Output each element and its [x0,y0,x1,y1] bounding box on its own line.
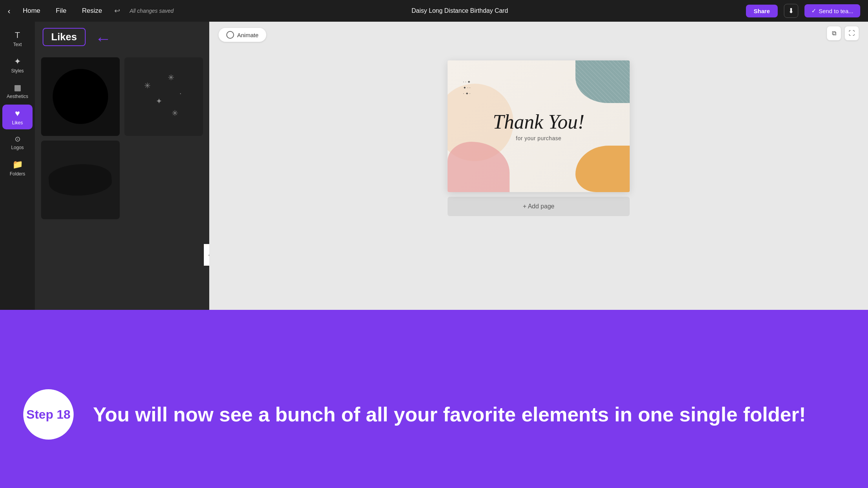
share-button[interactable]: Share [746,5,778,17]
orange-blob-shape [575,146,630,192]
top-bar: ‹ Home File Resize ↩ All changes saved D… [0,0,868,22]
duplicate-page-button[interactable]: ⧉ [827,26,841,40]
home-button[interactable]: Home [20,5,43,16]
sidebar-label-logos: Logos [11,145,24,150]
styles-icon: ✦ [14,57,21,67]
card-subtitle: for your purchase [448,136,630,142]
card-inner: · · ✦ ✦ · · · ✦ · Thank You! for your pu… [448,60,630,192]
download-button[interactable]: ⬇ [784,4,798,18]
document-title: Daisy Long Distance Birthday Card [412,7,508,14]
circle-element[interactable] [41,57,120,136]
sidebar-item-text[interactable]: T Text [2,26,33,51]
brush-shape [48,162,113,198]
sidebar-label-aesthetics: Aesthetics [7,94,28,99]
star-glyph-4: ✳ [172,108,178,118]
likes-title: Likes [43,28,86,46]
thank-you-text: Thank You! [448,111,630,133]
sidebar-item-folders[interactable]: 📁 Folders [2,156,33,180]
logos-icon: ⊙ [15,135,21,143]
back-arrow-icon[interactable]: ‹ [8,7,10,15]
sidebar-label-styles: Styles [11,68,24,74]
check-circle-icon: ✓ [811,7,816,14]
star-glyph-3: ✦ [156,96,162,106]
brush-element[interactable] [41,141,120,219]
sidebar-label-folders: Folders [10,171,25,177]
stars-element[interactable]: ✳ ✳ ✦ ✳ · [124,57,203,136]
animate-icon [226,31,234,39]
panel: Likes ← ✳ ✳ ✦ ✳ · ‹ [35,22,209,488]
canvas-area: Animate ⧉ ⛶ · · ✦ ✦ · · · ✦ · Thank You!… [209,22,868,488]
sidebar-label-text: Text [13,42,22,47]
expand-button[interactable]: ⛶ [845,26,859,40]
sidebar-item-logos[interactable]: ⊙ Logos [2,131,33,154]
save-status: All changes saved [129,8,174,14]
top-bar-right: Share ⬇ ✓ Send to tea... [746,4,860,18]
circle-shape [53,69,108,124]
aesthetics-icon: ▦ [14,83,21,92]
resize-button[interactable]: Resize [79,5,105,16]
panel-content: ✳ ✳ ✦ ✳ · [35,53,209,224]
design-card[interactable]: · · ✦ ✦ · · · ✦ · Thank You! for your pu… [448,60,630,192]
chevron-left-icon: ‹ [208,252,209,258]
sidebar-item-styles[interactable]: ✦ Styles [2,53,33,77]
star-glyph-1: ✳ [144,81,151,90]
heart-icon: ♥ [15,108,20,119]
canvas-toolbar: ⧉ ⛶ [827,26,859,40]
card-star-decoration: · · ✦ ✦ · · · ✦ · [463,80,470,96]
hide-panel-button[interactable]: ‹ [204,244,209,266]
text-icon: T [15,30,20,40]
add-page-button[interactable]: + Add page [448,197,630,216]
animate-button[interactable]: Animate [219,28,266,42]
panel-header: Likes ← [35,22,209,53]
undo-icon[interactable]: ↩ [114,7,120,15]
left-sidebar: T Text ✦ Styles ▦ Aesthetics ♥ Likes ⊙ L… [0,22,35,488]
sidebar-item-likes[interactable]: ♥ Likes [2,105,33,129]
send-team-button[interactable]: ✓ Send to tea... [804,4,860,17]
top-bar-center: Daisy Long Distance Birthday Card [174,7,746,14]
folder-icon: 📁 [12,160,23,170]
star-glyph-2: ✳ [168,73,174,82]
sidebar-label-likes: Likes [12,120,23,125]
star-glyph-5: · [179,89,182,98]
panel-arrow: ← [95,29,111,48]
file-button[interactable]: File [53,5,69,16]
top-bar-left: ‹ Home File Resize ↩ All changes saved [8,5,174,16]
teal-texture-overlay [575,60,630,103]
card-thank-you-section: Thank You! for your purchase [448,111,630,141]
sidebar-item-aesthetics[interactable]: ▦ Aesthetics [2,79,33,103]
